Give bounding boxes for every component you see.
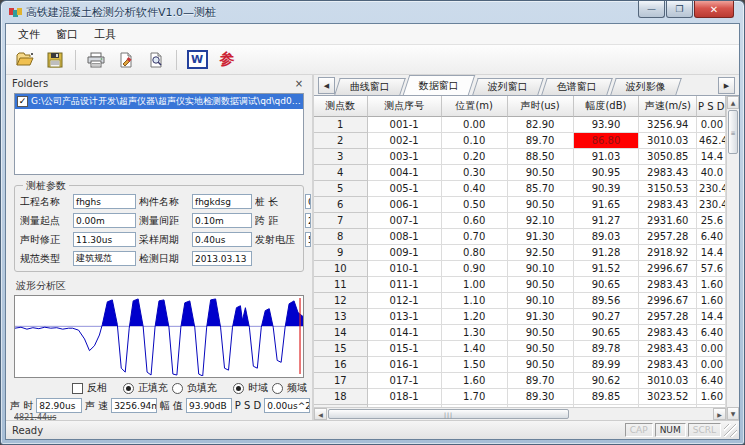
title-bar[interactable]: 高铁建混凝土检测分析软件V1.0—测桩 — ❐ ✕	[1, 1, 744, 23]
tab[interactable]: 波列窗口	[472, 78, 544, 95]
tab-scroll-left-icon[interactable]: ◀	[318, 77, 335, 94]
table-row[interactable]: 8008-10.7091.3089.032957.286.40	[314, 229, 726, 245]
freq-domain-radio[interactable]	[272, 383, 283, 394]
param-field[interactable]: 11.30us	[73, 232, 136, 247]
table-row[interactable]: 14014-11.3090.5090.652983.436.40	[314, 325, 726, 341]
readout-field[interactable]: 3256.94m/s	[111, 398, 157, 413]
table-row[interactable]: 9009-10.8092.5091.282918.9214.4	[314, 245, 726, 261]
window-title: 高铁建混凝土检测分析软件V1.0—测桩	[26, 5, 216, 20]
fill-negative-label: 负填充	[187, 381, 217, 395]
scroll-up-icon[interactable]: ▲	[727, 96, 739, 109]
param-field[interactable]: fhghs	[73, 194, 136, 209]
param-field[interactable]: 0.00m	[73, 213, 136, 228]
scroll-down-icon[interactable]: ▼	[727, 407, 739, 420]
param-field[interactable]: 0.10m	[192, 213, 252, 228]
horizontal-scrollbar[interactable]: ◀ ||| ▶	[314, 407, 726, 420]
column-header[interactable]: 测点数	[314, 96, 368, 117]
resize-grip[interactable]	[724, 424, 737, 437]
preview-button[interactable]	[143, 47, 169, 72]
tab-scroll-right-icon[interactable]: ▶	[718, 77, 735, 94]
horizontal-scroll-thumb[interactable]: |||	[328, 409, 569, 419]
table-row[interactable]: 11011-11.0090.5090.652983.431.60	[314, 277, 726, 293]
tab[interactable]: 曲线窗口	[334, 78, 406, 95]
vertical-scroll-thumb[interactable]: ≡	[728, 110, 738, 154]
table-row[interactable]: 4004-10.3090.5090.952983.4340.0	[314, 165, 726, 181]
param-field[interactable]: fhgkdsg	[192, 194, 252, 209]
param-field[interactable]: 建筑规范	[73, 251, 136, 266]
table-row[interactable]: 12012-11.1090.1089.562996.671.60	[314, 293, 726, 309]
column-header[interactable]: 声速(m/s)	[639, 96, 697, 117]
column-header[interactable]: 位置(m)	[442, 96, 508, 117]
table-row[interactable]: 17017-11.6089.7090.623010.036.40	[314, 373, 726, 389]
maximize-button[interactable]: ❐	[666, 1, 693, 18]
param-field[interactable]: 500V	[305, 232, 311, 247]
parameters-icon: 参	[220, 50, 235, 69]
param-label: 工程名称	[20, 195, 70, 209]
folder-list[interactable]: ✓G:\公司产品设计开发\超声仪器\超声仪实地检测数据调试\qd\qd03\qd…	[14, 93, 304, 176]
waveform-canvas[interactable]	[14, 295, 304, 378]
pile-params-group: 测桩参数 工程名称fhghs构件名称fhgkdsg桩 长0.00m测量起点0.0…	[14, 185, 304, 272]
invert-label: 反相	[87, 381, 107, 395]
param-field[interactable]: 270mm	[305, 213, 311, 228]
vertical-scrollbar[interactable]: ▲ ≡ ▼	[726, 96, 739, 420]
table-row[interactable]: 16016-11.5090.5089.992983.430.00	[314, 357, 726, 373]
fill-positive-label: 正填充	[138, 381, 168, 395]
table-row[interactable]: 7007-10.6092.1091.272931.6025.6	[314, 213, 726, 229]
fill-negative-radio[interactable]	[172, 383, 183, 394]
folders-header: Folders ×	[6, 75, 312, 92]
folders-close-icon[interactable]: ×	[292, 78, 306, 89]
readout-field[interactable]: 82.90us	[36, 398, 82, 413]
column-header[interactable]: 测点序号	[368, 96, 442, 117]
tab[interactable]: 数据窗口	[403, 75, 475, 95]
tab[interactable]: 色谱窗口	[541, 78, 613, 95]
param-field[interactable]: 0.40us	[192, 232, 252, 247]
param-label: 测量起点	[20, 214, 70, 228]
clipped-text: 4821.44us	[14, 413, 312, 420]
open-button[interactable]	[12, 47, 38, 72]
freq-domain-label: 频域	[287, 381, 307, 395]
param-field[interactable]: 0.00m	[305, 194, 311, 209]
table-row[interactable]: 18018-11.7089.3089.853023.521.60	[314, 389, 726, 405]
column-header[interactable]: 幅度(dB)	[574, 96, 640, 117]
parameters-button[interactable]: 参	[214, 47, 240, 72]
menu-item[interactable]: 文件	[10, 25, 48, 44]
column-header[interactable]: P S D(us	[697, 96, 726, 117]
time-domain-radio[interactable]	[233, 383, 244, 394]
close-button[interactable]: ✕	[694, 1, 734, 18]
param-label: 规范类型	[20, 252, 70, 266]
minimize-button[interactable]: —	[638, 1, 665, 18]
table-row[interactable]: 3003-10.2088.5091.033050.8514.4	[314, 149, 726, 165]
param-field[interactable]: 2013.03.13	[192, 251, 252, 266]
printer-icon	[87, 52, 105, 68]
save-button[interactable]	[42, 47, 68, 72]
param-label: 发射电压	[255, 233, 302, 247]
print-button[interactable]	[83, 47, 109, 72]
table-row[interactable]: 2002-10.1089.7086.803010.03462.4	[314, 133, 726, 149]
column-header[interactable]: 声时(us)	[508, 96, 574, 117]
folder-checkbox[interactable]: ✓	[17, 96, 28, 107]
pile-params-title: 测桩参数	[23, 179, 69, 193]
fill-positive-radio[interactable]	[123, 383, 134, 394]
readout-label: 幅 值	[160, 399, 183, 413]
folder-item[interactable]: ✓G:\公司产品设计开发\超声仪器\超声仪实地检测数据调试\qd\qd03\qd…	[15, 94, 303, 109]
table-row[interactable]: 13013-11.2091.3090.272957.2814.4	[314, 309, 726, 325]
scroll-left-icon[interactable]: ◀	[314, 408, 327, 420]
word-report-button[interactable]: W	[184, 47, 210, 72]
param-label: 构件名称	[139, 195, 189, 209]
data-table[interactable]: 测点数测点序号位置(m)声时(us)幅度(dB)声速(m/s)P S D(us …	[314, 96, 726, 420]
export-button[interactable]	[113, 47, 139, 72]
readout-field[interactable]: 0.00us^2/m	[264, 398, 310, 413]
toolbar: W 参	[6, 45, 739, 75]
tab[interactable]: 波列影像	[610, 78, 682, 95]
table-row[interactable]: 1001-10.0082.9093.903256.940.00	[314, 117, 726, 133]
invert-checkbox[interactable]	[72, 383, 83, 394]
table-header-row[interactable]: 测点数测点序号位置(m)声时(us)幅度(dB)声速(m/s)P S D(us	[314, 96, 726, 117]
table-row[interactable]: 15015-11.4090.5089.782983.430.00	[314, 341, 726, 357]
menu-item[interactable]: 工具	[86, 25, 124, 44]
table-row[interactable]: 6006-10.5090.5091.652983.43230.4	[314, 197, 726, 213]
table-row[interactable]: 5005-10.4085.7090.393150.53230.4	[314, 181, 726, 197]
scroll-right-icon[interactable]: ▶	[713, 408, 726, 420]
table-row[interactable]: 10010-10.9090.1091.522996.6757.6	[314, 261, 726, 277]
readout-field[interactable]: 93.90dB	[186, 398, 232, 413]
menu-item[interactable]: 窗口	[48, 25, 86, 44]
